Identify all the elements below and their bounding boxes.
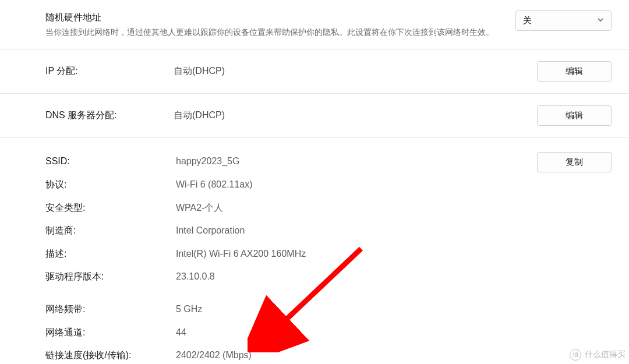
detail-row: 安全类型: WPA2-个人	[45, 196, 612, 220]
random-mac-dropdown-value: 关	[523, 15, 532, 26]
detail-row: 网络频带: 5 GHz	[45, 298, 612, 321]
random-mac-panel: 随机硬件地址 当你连接到此网络时，通过使其他人更难以跟踪你的设备位置来帮助保护你…	[0, 0, 629, 50]
dns-assign-label: DNS 服务器分配:	[45, 109, 162, 122]
detail-row: 协议: Wi-Fi 6 (802.11ax)	[45, 173, 612, 196]
detail-value: Wi-Fi 6 (802.11ax)	[176, 177, 612, 192]
detail-row: SSID: happy2023_5G	[45, 150, 537, 173]
detail-spacer	[45, 288, 612, 298]
watermark-text: 什么值得买	[585, 349, 626, 360]
detail-label: 协议:	[45, 177, 176, 192]
ip-assign-edit-button[interactable]: 编辑	[537, 61, 612, 82]
detail-value: happy2023_5G	[176, 154, 537, 169]
random-mac-content: 随机硬件地址 当你连接到此网络时，通过使其他人更难以跟踪你的设备位置来帮助保护你…	[45, 10, 504, 38]
detail-label: 链接速度(接收/传输):	[45, 348, 176, 363]
dns-assign-row: DNS 服务器分配: 自动(DHCP) 编辑	[0, 94, 629, 138]
detail-value: 5 GHz	[176, 302, 612, 317]
random-mac-desc: 当你连接到此网络时，通过使其他人更难以跟踪你的设备位置来帮助保护你的隐私。此设置…	[45, 26, 504, 38]
detail-row: 链接速度(接收/传输): 2402/2402 (Mbps)	[45, 344, 612, 364]
detail-label: 网络通道:	[45, 325, 176, 340]
random-mac-title: 随机硬件地址	[45, 10, 504, 24]
detail-value: 23.10.0.8	[176, 269, 612, 284]
ip-assign-value: 自动(DHCP)	[174, 65, 525, 77]
detail-row: 驱动程序版本: 23.10.0.8	[45, 265, 612, 288]
random-mac-dropdown[interactable]: 关	[515, 10, 612, 31]
detail-value: 44	[176, 325, 612, 340]
chevron-down-icon	[597, 16, 604, 25]
copy-button[interactable]: 复制	[537, 152, 612, 172]
watermark: 什么值得买	[570, 349, 626, 361]
detail-label: 驱动程序版本:	[45, 269, 176, 284]
detail-row: 描述: Intel(R) Wi-Fi 6 AX200 160MHz	[45, 242, 612, 266]
detail-row: 网络通道: 44	[45, 321, 612, 344]
detail-row: 制造商: Intel Corporation	[45, 219, 612, 242]
detail-value: 2402/2402 (Mbps)	[176, 348, 612, 363]
network-details-panel: 复制 SSID: happy2023_5G 协议: Wi-Fi 6 (802.1…	[0, 138, 629, 364]
detail-label: 网络频带:	[45, 302, 176, 317]
dns-assign-value: 自动(DHCP)	[174, 109, 525, 122]
detail-value: WPA2-个人	[176, 200, 612, 215]
detail-value: Intel(R) Wi-Fi 6 AX200 160MHz	[176, 246, 612, 261]
detail-label: SSID:	[45, 154, 176, 169]
detail-label: 描述:	[45, 246, 176, 261]
ip-assign-label: IP 分配:	[45, 65, 162, 77]
detail-label: 制造商:	[45, 223, 176, 238]
ip-assign-row: IP 分配: 自动(DHCP) 编辑	[0, 50, 629, 94]
detail-label: 安全类型:	[45, 200, 176, 215]
watermark-icon	[570, 349, 581, 361]
dns-assign-edit-button[interactable]: 编辑	[537, 105, 612, 126]
detail-value: Intel Corporation	[176, 223, 612, 238]
